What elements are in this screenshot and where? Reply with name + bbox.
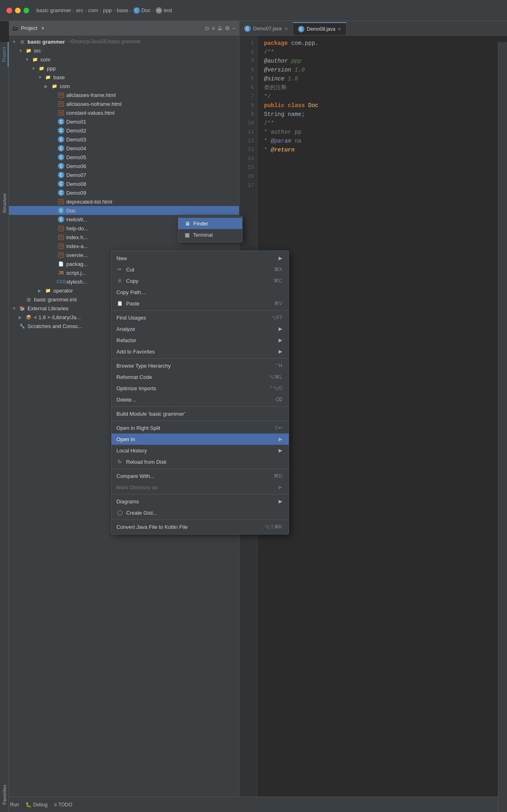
menu-item-open-in[interactable]: Open In ▶ [112, 433, 289, 445]
tree-item-Doc[interactable]: C Doc [9, 206, 239, 215]
menu-item-cut[interactable]: ✂ Cut ⌘X [112, 264, 289, 275]
menu-item-mark-dir: Mark Directory as ▶ [112, 482, 289, 493]
menu-separator [112, 520, 289, 520]
tree-item-index-a[interactable]: H index-a... [9, 242, 239, 250]
shortcut: ⌘C [274, 278, 282, 284]
menu-item-delete[interactable]: Delete... ⌫ [112, 394, 289, 405]
tree-item-src[interactable]: ▼ 📁 src [9, 46, 239, 55]
sidebar-item-project[interactable]: Project [0, 42, 8, 67]
todo-button[interactable]: ≡ TODO [54, 802, 72, 808]
menu-item-reload[interactable]: ↻ Reload from Disk [112, 456, 289, 467]
panel-dropdown-arrow[interactable]: ▼ [40, 26, 45, 31]
menu-item-paste[interactable]: 📋 Paste ⌘V [112, 298, 289, 309]
settings-icon[interactable]: ⚙ [225, 25, 230, 32]
sidebar-item-favorites[interactable]: Favorites [1, 780, 8, 810]
menu-item-open-right[interactable]: Open in Right Split ⇧↩ [112, 422, 289, 433]
html-file-icon: H [57, 198, 65, 205]
terminal-icon: ▦ [185, 232, 190, 238]
tree-item-deprecated-list[interactable]: H deprecated-list.html [9, 197, 239, 206]
expand-all-icon[interactable]: ≡ [212, 25, 215, 32]
bottom-bar: ▶ Run 🐛 Debug ≡ TODO [0, 797, 507, 812]
maximize-button[interactable] [23, 8, 29, 13]
tree-item-allclasses-frame[interactable]: H allclasses-frame.html [9, 90, 239, 99]
shortcut: ⌃H [275, 363, 282, 368]
menu-item-diagrams[interactable]: Diagrams ▶ [112, 496, 289, 507]
java-class-icon: C [57, 127, 65, 134]
tree-item-constant-values[interactable]: H constant-values.html [9, 108, 239, 117]
menu-item-label: Delete... [116, 397, 136, 403]
java-class-icon: C [57, 171, 65, 179]
menu-item-local-history[interactable]: Local History ▶ [112, 445, 289, 456]
menu-item-label: Reload from Disk [126, 459, 167, 465]
menu-item-add-favorites[interactable]: Add to Favorites ▶ [112, 346, 289, 357]
ext-lib-icon: 📚 [19, 305, 26, 312]
collapse-all-icon[interactable]: ⇊ [218, 25, 222, 32]
tree-item-Demo02[interactable]: C Demo02 [9, 126, 239, 135]
menu-item-convert-kotlin[interactable]: Convert Java File to Kotlin File ⌥⇧⌘K [112, 521, 289, 532]
tab-label: Demo08.java [307, 26, 336, 32]
breadcrumb-item-current[interactable]: test [164, 7, 172, 13]
tree-item-Demo06[interactable]: C Demo06 [9, 162, 239, 170]
menu-item-browse-hierarchy[interactable]: Browse Type Hierarchy ⌃H [112, 360, 289, 371]
tree-item-Demo05[interactable]: C Demo05 [9, 153, 239, 162]
tree-item-com[interactable]: ▼ 📁 com [9, 55, 239, 64]
tree-item-Demo03[interactable]: C Demo03 [9, 135, 239, 144]
breadcrumb-item: ppp [103, 7, 112, 13]
submenu-item-label: Terminal [193, 232, 213, 238]
tree-item-Demo01[interactable]: C Demo01 [9, 117, 239, 126]
menu-item-analyze[interactable]: Analyze ▶ [112, 323, 289, 334]
java-class-icon: C [57, 162, 65, 170]
tree-item-allclasses-noframe[interactable]: H allclasses-noframe.html [9, 99, 239, 108]
localize-icon[interactable]: ⊙ [205, 25, 209, 32]
tree-item-root[interactable]: ▼ ▦ basic grammer ~/Desktop/JavaSE/basic… [9, 37, 239, 46]
submenu-arrow: ▶ [279, 326, 282, 332]
editor-tabs: C Demo07.java ✕ C Demo08.java ✕ [239, 21, 507, 36]
tree-item-base[interactable]: ▼ 📁 base [9, 73, 239, 82]
menu-item-copy[interactable]: ⎘ Copy ⌘C [112, 275, 289, 286]
tree-item-com2[interactable]: ▶ 📁 com [9, 82, 239, 90]
tab-demo07[interactable]: C Demo07.java ✕ [239, 22, 293, 35]
java-class-icon: C [57, 180, 65, 187]
tab-close-icon[interactable]: ✕ [284, 26, 288, 32]
menu-separator [112, 469, 289, 469]
menu-item-optimize[interactable]: Optimize Imports ⌃⌥O [112, 383, 289, 394]
shortcut: ⌥⌘L [269, 374, 282, 380]
submenu-arrow: ▶ [279, 255, 282, 261]
tree-item-Demo07[interactable]: C Demo07 [9, 170, 239, 179]
tree-item-Demo08[interactable]: C Demo08 [9, 179, 239, 188]
menu-item-copy-path[interactable]: Copy Path... [112, 286, 289, 298]
submenu-item-terminal[interactable]: ▦ Terminal [178, 229, 242, 240]
debug-button[interactable]: 🐛 Debug [25, 802, 47, 808]
paste-icon: 📋 [116, 300, 123, 307]
menu-item-label: Browse Type Hierarchy [116, 363, 171, 369]
submenu-arrow: ▶ [279, 349, 282, 354]
github-icon: ◯ [116, 509, 123, 516]
minimize-button[interactable] [15, 8, 21, 13]
menu-item-label: Convert Java File to Kotlin File [116, 524, 188, 530]
menu-item-reformat[interactable]: Reformat Code ⌥⌘L [112, 371, 289, 383]
menu-item-refactor[interactable]: Refactor ▶ [112, 334, 289, 346]
menu-item-label: Cut [126, 267, 134, 273]
menu-item-new[interactable]: New ▶ [112, 252, 289, 264]
copy-icon: ⎘ [116, 278, 123, 284]
tab-icon: C [244, 25, 251, 32]
submenu-item-finder[interactable]: 🖥 Finder [178, 218, 242, 229]
tree-item-Demo09[interactable]: C Demo09 [9, 188, 239, 197]
java-class-icon: C [57, 154, 65, 161]
breadcrumb-item[interactable]: Doc [142, 7, 151, 13]
tab-icon: C [298, 26, 304, 32]
close-button[interactable] [6, 8, 12, 13]
finder-icon: 🖥 [185, 221, 190, 227]
code-area[interactable]: package com.ppp. /** @author ppp @versio… [258, 36, 507, 797]
menu-item-compare[interactable]: Compare With... ⌘D [112, 470, 289, 482]
tree-item-Demo04[interactable]: C Demo04 [9, 144, 239, 153]
menu-item-find-usages[interactable]: Find Usages ⌥F7 [112, 312, 289, 323]
menu-item-create-gist[interactable]: ◯ Create Gist... [112, 507, 289, 518]
tab-demo08[interactable]: C Demo08.java ✕ [293, 22, 347, 35]
menu-item-build[interactable]: Build Module 'basic grammer' [112, 408, 289, 419]
tree-item-ppp[interactable]: ▼ 📁 ppp [9, 64, 239, 73]
hide-icon[interactable]: − [232, 25, 236, 32]
sidebar-item-structure[interactable]: Structure [1, 188, 8, 218]
tab-close-icon[interactable]: ✕ [338, 27, 341, 32]
java-class-icon: C [57, 118, 65, 125]
